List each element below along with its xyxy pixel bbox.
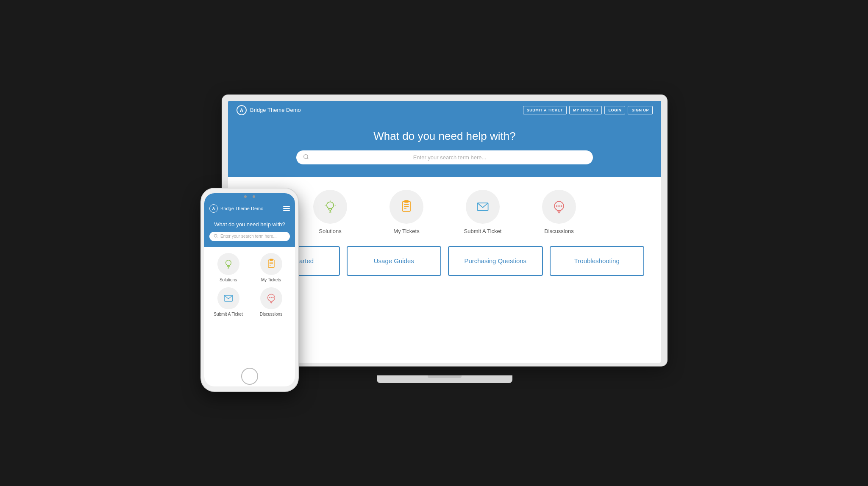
svg-point-31 <box>270 297 272 298</box>
svg-point-18 <box>214 234 217 237</box>
phone-logo: A Bridge Theme Demo <box>209 204 263 213</box>
usage-guides-label: Usage Guides <box>374 257 414 264</box>
solutions-label: Solutions <box>319 228 341 234</box>
svg-point-15 <box>556 205 558 207</box>
phone-camera-dot <box>244 195 247 198</box>
phone-my-tickets-circle <box>260 253 282 275</box>
submit-ticket-icon-circle <box>466 190 500 224</box>
category-usage-guides[interactable]: Usage Guides <box>347 246 442 276</box>
category-purchasing-questions[interactable]: Purchasing Questions <box>448 246 543 276</box>
phone-hero-title: What do you need help with? <box>209 221 290 228</box>
search-icon <box>303 154 309 161</box>
icon-card-my-tickets[interactable]: My Tickets <box>373 190 440 234</box>
submit-ticket-nav-button[interactable]: SUBMIT A TICKET <box>523 106 567 114</box>
phone-submit-ticket-circle <box>217 287 239 309</box>
phone-submit-ticket-label: Submit A Ticket <box>214 312 242 317</box>
svg-point-16 <box>558 205 560 207</box>
phone-my-tickets-label: My Tickets <box>261 278 281 282</box>
icon-grid: Solutions <box>245 190 644 234</box>
purchasing-questions-label: Purchasing Questions <box>464 257 526 264</box>
phone-screen: A Bridge Theme Demo What do you need hel… <box>204 193 295 386</box>
my-tickets-label: My Tickets <box>393 228 419 234</box>
my-tickets-icon-circle <box>389 190 423 224</box>
phone-hero: What do you need help with? Enter your s… <box>204 218 295 247</box>
phone-search-bar[interactable]: Enter your search term here... <box>209 232 290 241</box>
svg-point-30 <box>269 297 270 298</box>
svg-point-32 <box>272 297 273 298</box>
phone-device: A Bridge Theme Demo What do you need hel… <box>201 188 298 392</box>
phone-home-button[interactable] <box>241 368 258 385</box>
svg-line-19 <box>217 236 217 237</box>
header-nav: SUBMIT A TICKET MY TICKETS LOGIN SIGN UP <box>523 106 653 114</box>
phone-icon-my-tickets[interactable]: My Tickets <box>252 253 290 282</box>
site-title: Bridge Theme Demo <box>250 107 301 113</box>
phone-frame: A Bridge Theme Demo What do you need hel… <box>201 188 298 392</box>
solutions-icon-circle <box>313 190 347 224</box>
hamburger-menu[interactable] <box>283 206 290 211</box>
website-header: A Bridge Theme Demo SUBMIT A TICKET MY T… <box>228 101 661 119</box>
logo-icon: A <box>236 105 247 115</box>
phone-icon-grid: Solutions My Tickets <box>204 247 295 322</box>
phone-discussions-label: Discussions <box>260 312 282 317</box>
discussions-label: Discussions <box>544 228 573 234</box>
svg-point-17 <box>561 205 562 207</box>
icon-card-solutions[interactable]: Solutions <box>296 190 364 234</box>
phone-icon-solutions[interactable]: Solutions <box>209 253 247 282</box>
laptop-base <box>377 375 512 383</box>
phone-speaker-dot <box>253 195 255 198</box>
phone-logo-icon: A <box>209 204 218 213</box>
icon-card-submit-ticket[interactable]: Submit A Ticket <box>449 190 517 234</box>
hero-section: What do you need help with? Enter your s… <box>228 119 661 177</box>
hamburger-line-1 <box>283 206 290 207</box>
troubleshooting-label: Troubleshooting <box>574 257 620 264</box>
website-logo: A Bridge Theme Demo <box>236 105 301 115</box>
phone-site-title: Bridge Theme Demo <box>220 206 263 211</box>
category-grid: Getting Started Usage Guides Purchasing … <box>245 246 644 276</box>
login-nav-button[interactable]: LOGIN <box>604 106 625 114</box>
phone-icon-discussions[interactable]: Discussions <box>252 287 290 317</box>
icon-card-discussions[interactable]: Discussions <box>525 190 593 234</box>
hamburger-line-3 <box>283 210 290 211</box>
svg-line-1 <box>307 158 309 159</box>
phone-discussions-circle <box>260 287 282 309</box>
category-troubleshooting[interactable]: Troubleshooting <box>550 246 645 276</box>
phone-icon-submit-ticket[interactable]: Submit A Ticket <box>209 287 247 317</box>
signup-nav-button[interactable]: SIGN UP <box>628 106 653 114</box>
search-input[interactable]: Enter your search term here... <box>313 154 586 161</box>
svg-point-0 <box>304 154 308 158</box>
svg-point-2 <box>327 202 334 208</box>
svg-point-20 <box>225 260 231 265</box>
phone-search-input[interactable]: Enter your search term here... <box>220 234 277 239</box>
search-bar[interactable]: Enter your search term here... <box>296 150 593 164</box>
scene: A Bridge Theme Demo SUBMIT A TICKET MY T… <box>201 95 667 392</box>
hero-title: What do you need help with? <box>245 130 644 143</box>
phone-search-icon <box>214 234 218 239</box>
phone-camera-area <box>244 195 255 198</box>
hamburger-line-2 <box>283 208 290 209</box>
my-tickets-nav-button[interactable]: MY TICKETS <box>569 106 602 114</box>
phone-solutions-circle <box>217 253 239 275</box>
submit-ticket-label: Submit A Ticket <box>464 228 502 234</box>
phone-solutions-label: Solutions <box>220 278 237 282</box>
discussions-icon-circle <box>542 190 576 224</box>
svg-rect-27 <box>270 259 273 261</box>
svg-rect-12 <box>405 200 409 202</box>
